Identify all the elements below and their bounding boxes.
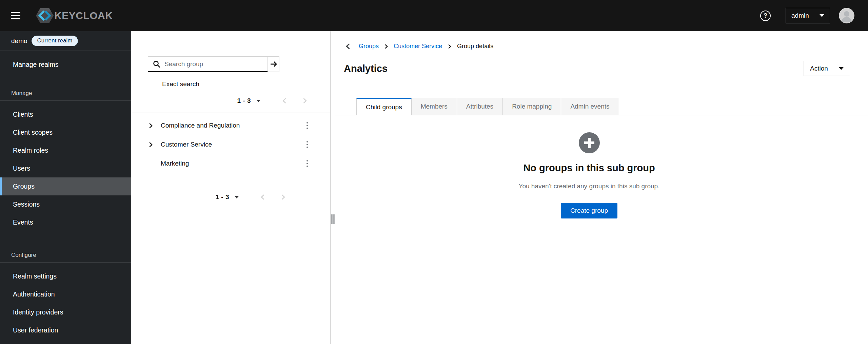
sidebar-item-client-scopes[interactable]: Client scopes [0,123,131,141]
chevron-right-icon [384,44,389,49]
kebab-menu-icon[interactable] [304,120,310,131]
tree-pagination-bottom: 1 - 3 [131,189,330,205]
group-tree-row: Compliance and Regulation [131,116,330,135]
pagination-next-button[interactable] [280,194,286,200]
arrow-right-icon [270,61,277,68]
sidebar-item-users[interactable]: Users [0,159,131,177]
sidebar-item-manage-realms[interactable]: Manage realms [0,56,131,74]
expand-chevron-icon[interactable] [148,123,161,129]
group-link[interactable]: Customer Service [161,141,304,148]
chevron-right-icon [280,194,286,200]
group-details-panel: Groups Customer Service Group details An… [335,31,868,344]
tab-attributes[interactable]: Attributes [457,98,503,115]
masthead: KEYCLOAK ? admin [0,0,868,31]
page-title: Analytics [344,63,388,74]
realm-name: demo [11,37,27,45]
tab-role-mapping[interactable]: Role mapping [503,98,561,115]
avatar[interactable] [839,8,854,23]
chevron-left-icon [260,194,266,200]
empty-state-title: No groups in this sub group [523,163,655,174]
keycloak-logo[interactable]: KEYCLOAK [36,8,113,23]
nav-section-manage: Manage [0,90,131,97]
kebab-menu-icon[interactable] [304,139,310,150]
group-link[interactable]: Compliance and Regulation [161,122,304,129]
sidebar-item-realm-roles[interactable]: Realm roles [0,141,131,159]
group-tree-panel: Exact search 1 - 3 [131,31,330,344]
realm-switcher[interactable]: demo Current realm [0,31,131,51]
chevron-down-icon [235,196,239,198]
keycloak-hexagon-icon [36,8,54,23]
brand-title: KEYCLOAK [54,10,113,21]
pagination-next-button[interactable] [302,98,308,104]
group-tree-row: Customer Service [131,135,330,154]
group-link[interactable]: Marketing [161,160,304,167]
search-submit-button[interactable] [268,57,279,72]
breadcrumb: Groups Customer Service Group details [343,43,868,50]
empty-state-description: You haven't created any groups in this s… [519,183,660,190]
sidebar-item-user-federation[interactable]: User federation [0,321,131,339]
hamburger-menu-icon[interactable] [8,8,23,23]
user-name: admin [791,12,809,19]
nav-section-configure: Configure [0,252,131,259]
help-icon[interactable]: ? [760,11,771,21]
drag-grip-icon [331,214,334,224]
tab-child-groups[interactable]: Child groups [356,98,412,115]
chevron-down-icon [820,14,824,17]
chevron-down-icon [839,67,844,70]
breadcrumb-link-groups[interactable]: Groups [359,43,379,50]
search-input[interactable] [164,57,268,71]
sidebar-item-events[interactable]: Events [0,213,131,231]
panel-resize-splitter[interactable] [330,31,335,344]
sidebar-item-realm-settings[interactable]: Realm settings [0,267,131,285]
sidebar-item-sessions[interactable]: Sessions [0,195,131,213]
pagination-prev-button[interactable] [281,98,288,104]
chevron-right-icon [302,98,308,104]
breadcrumb-back-icon[interactable] [343,43,353,50]
sidebar: demo Current realm Manage realms Manage … [0,31,131,344]
sidebar-item-identity-providers[interactable]: Identity providers [0,303,131,321]
user-menu-dropdown[interactable]: admin [786,8,830,23]
tab-members[interactable]: Members [412,98,457,115]
kebab-menu-icon[interactable] [304,158,310,169]
current-realm-badge: Current realm [32,36,78,46]
breadcrumb-current: Group details [457,43,493,50]
plus-circle-icon [579,132,600,153]
chevron-right-icon [447,44,452,49]
tree-pagination-top: 1 - 3 [131,93,330,109]
chevron-down-icon [256,100,260,102]
search-icon [153,60,160,68]
pagination-range-dropdown[interactable]: 1 - 3 [237,97,260,104]
sidebar-item-groups[interactable]: Groups [0,177,131,195]
tab-bar: Child groups Members Attributes Role map… [335,98,868,115]
exact-search-checkbox[interactable] [148,80,156,88]
breadcrumb-link-customer-service[interactable]: Customer Service [394,43,442,50]
pagination-range-dropdown[interactable]: 1 - 3 [215,193,239,201]
create-group-button[interactable]: Create group [561,203,617,218]
action-dropdown[interactable]: Action [804,61,850,76]
pagination-prev-button[interactable] [260,194,266,200]
sidebar-item-clients[interactable]: Clients [0,106,131,123]
group-tree-row: Marketing [131,154,330,173]
empty-state: No groups in this sub group You haven't … [335,132,843,218]
sidebar-item-authentication[interactable]: Authentication [0,285,131,303]
chevron-left-icon [281,98,288,104]
expand-chevron-icon[interactable] [148,142,161,148]
exact-search-label: Exact search [162,80,199,88]
tab-admin-events[interactable]: Admin events [561,98,619,115]
